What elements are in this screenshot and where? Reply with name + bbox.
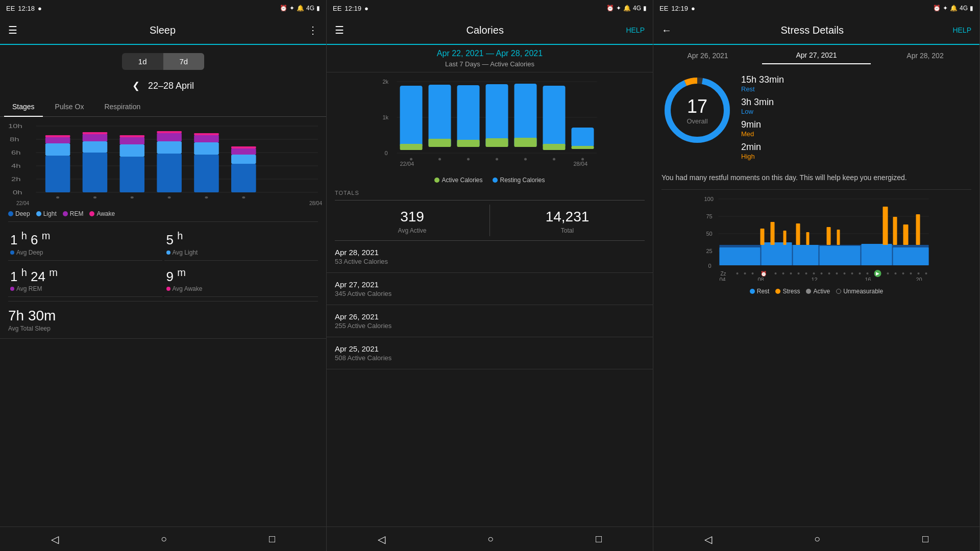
- alarm-icon: ⏰: [933, 5, 941, 12]
- recents-nav-btn[interactable]: □: [922, 533, 928, 545]
- toggle-7d[interactable]: 7d: [163, 53, 205, 70]
- svg-rect-98: [837, 230, 840, 245]
- svg-rect-95: [796, 223, 800, 245]
- legend-active: Active: [806, 288, 830, 295]
- home-nav-btn[interactable]: ○: [814, 533, 820, 545]
- stress-time-chart: 100 75 50 25 0: [653, 190, 979, 285]
- cal-date-1: Apr 28, 2021: [335, 248, 645, 257]
- more-icon[interactable]: ⋮: [308, 24, 318, 36]
- svg-rect-57: [486, 84, 508, 147]
- back-nav-btn[interactable]: ◁: [378, 533, 385, 545]
- total-label: Total: [494, 227, 641, 234]
- recording-icon: ●: [364, 5, 369, 12]
- app-title: Calories: [467, 24, 504, 36]
- network-icon: 4G: [306, 5, 314, 12]
- menu-icon[interactable]: ☰: [335, 24, 344, 36]
- cal-date-4: Apr 25, 2021: [335, 344, 645, 353]
- svg-point-62: [524, 158, 527, 161]
- svg-rect-29: [194, 142, 219, 155]
- sleep-tabs: Stages Pulse Ox Respiration: [0, 97, 326, 117]
- svg-point-108: [775, 272, 777, 274]
- help-button[interactable]: HELP: [952, 26, 971, 34]
- calories-legend: Active Calories Resting Calories: [327, 174, 653, 188]
- svg-point-41: [242, 196, 245, 198]
- svg-rect-101: [903, 224, 909, 245]
- stress-panel: EE 12:19 ● ⏰ ✦ 🔔 4G ▮ ← Stress Details H…: [653, 0, 980, 551]
- svg-rect-92: [761, 229, 765, 245]
- svg-text:50: 50: [706, 231, 713, 237]
- legend-active-cal: Active Calories: [434, 177, 482, 184]
- stress-content: Apr 26, 2021 Apr 27, 2021 Apr 28, 202 17…: [653, 45, 979, 527]
- stress-score-label: Overall: [687, 117, 707, 125]
- svg-rect-24: [157, 154, 182, 192]
- svg-rect-63: [543, 86, 566, 147]
- recents-nav-btn[interactable]: □: [269, 533, 275, 545]
- home-nav-btn[interactable]: ○: [487, 533, 494, 545]
- svg-rect-86: [720, 247, 761, 265]
- svg-rect-12: [45, 156, 70, 192]
- legend-deep: Deep: [8, 210, 30, 217]
- stress-date-current[interactable]: Apr 27, 2021: [762, 47, 871, 64]
- svg-point-106: [752, 272, 754, 274]
- cal-list-item-1[interactable]: Apr 28, 2021 53 Active Calories: [327, 241, 653, 273]
- svg-text:6h: 6h: [11, 149, 21, 156]
- tab-respiration[interactable]: Respiration: [96, 97, 149, 117]
- svg-text:4h: 4h: [11, 163, 21, 169]
- prev-date-btn[interactable]: ❮: [132, 80, 140, 91]
- stress-main-section: 17 Overall 15h 33min Rest 3h 3min Low 9m…: [653, 66, 979, 172]
- svg-point-113: [813, 272, 815, 274]
- avg-active-label: Avg Active: [339, 227, 485, 234]
- svg-text:1k: 1k: [383, 114, 389, 120]
- svg-rect-60: [514, 84, 537, 147]
- home-nav-btn[interactable]: ○: [161, 533, 167, 545]
- cal-list-item-2[interactable]: Apr 27, 2021 345 Active Calories: [327, 273, 653, 305]
- svg-point-114: [821, 272, 823, 274]
- svg-rect-97: [827, 227, 831, 245]
- svg-point-116: [836, 272, 838, 274]
- svg-rect-54: [457, 85, 480, 147]
- cal-cals-1: 53 Active Calories: [335, 258, 645, 265]
- svg-point-40: [205, 196, 208, 198]
- back-icon[interactable]: ←: [662, 24, 672, 36]
- legend-unmeasurable: Unmeasurable: [836, 288, 883, 295]
- cal-cals-4: 508 Active Calories: [335, 354, 645, 362]
- svg-point-36: [56, 196, 59, 198]
- cal-list-item-3[interactable]: Apr 26, 2021 255 Active Calories: [327, 305, 653, 337]
- back-nav-btn[interactable]: ◁: [704, 533, 712, 545]
- stress-date-prev[interactable]: Apr 26, 2021: [653, 47, 762, 64]
- tab-pulse-ox[interactable]: Pulse Ox: [47, 97, 92, 117]
- legend-awake: Awake: [89, 210, 115, 217]
- back-nav-btn[interactable]: ◁: [51, 533, 59, 545]
- app-bar-calories: ☰ Calories HELP: [327, 16, 653, 45]
- date-range-main: Apr 22, 2021 — Apr 28, 2021: [335, 49, 645, 58]
- recents-nav-btn[interactable]: □: [596, 533, 602, 545]
- app-bar-stress: ← Stress Details HELP: [653, 16, 979, 45]
- svg-rect-88: [793, 245, 819, 265]
- time-label: 12:19: [345, 5, 361, 12]
- menu-icon[interactable]: ☰: [8, 24, 17, 36]
- help-button[interactable]: HELP: [626, 26, 645, 34]
- svg-rect-55: [457, 140, 480, 147]
- svg-rect-51: [429, 85, 451, 147]
- svg-rect-87: [762, 242, 792, 265]
- cal-list-item-4[interactable]: Apr 25, 2021 508 Active Calories: [327, 337, 653, 369]
- date-range-sub: Last 7 Days — Active Calories: [335, 60, 645, 68]
- alarm-icon: ⏰: [280, 5, 287, 12]
- svg-rect-31: [194, 133, 219, 135]
- tab-stages[interactable]: Stages: [4, 97, 43, 117]
- calories-panel: EE 12:19 ● ⏰ ✦ 🔔 4G ▮ ☰ Calories HELP Ap…: [327, 0, 653, 551]
- stat-total-sleep: 7h 30m Avg Total Sleep: [0, 302, 326, 339]
- sleep-panel: EE 12:18 ● ⏰ ✦ 🔔 4G ▮ ☰ Sleep ⋮ 1d 7d ❮ …: [0, 0, 327, 551]
- stress-date-next[interactable]: Apr 28, 202: [871, 47, 979, 64]
- cal-cals-2: 345 Active Calories: [335, 290, 645, 297]
- time-label: 12:18: [18, 5, 35, 12]
- stress-stats-list: 15h 33min Rest 3h 3min Low 9min Med 2min…: [741, 74, 971, 164]
- svg-rect-100: [893, 217, 897, 245]
- svg-text:0h: 0h: [13, 189, 22, 195]
- toggle-1d[interactable]: 1d: [122, 53, 163, 70]
- svg-point-112: [805, 272, 807, 274]
- svg-rect-15: [45, 135, 70, 137]
- svg-rect-28: [194, 155, 219, 192]
- svg-rect-34: [231, 148, 256, 155]
- svg-rect-52: [429, 139, 451, 147]
